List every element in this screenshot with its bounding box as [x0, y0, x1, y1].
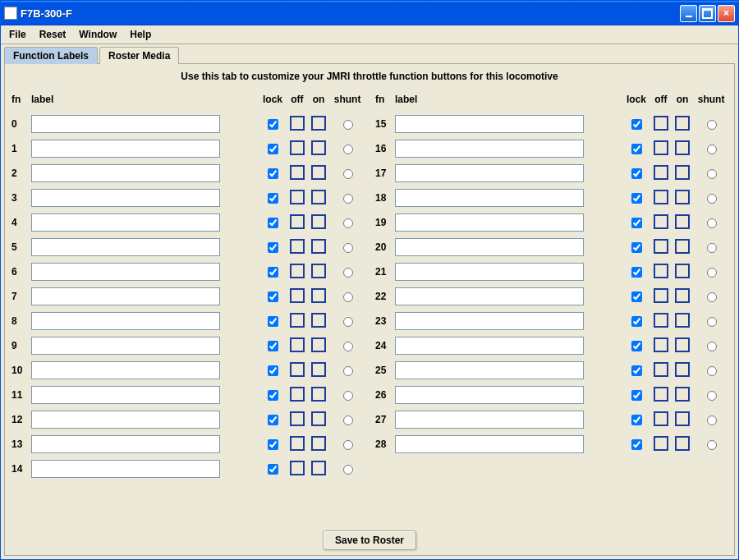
shunt-radio[interactable] [707, 120, 717, 130]
lock-checkbox[interactable] [631, 415, 642, 425]
lock-checkbox[interactable] [268, 267, 278, 278]
on-image-box[interactable] [675, 165, 690, 180]
off-image-box[interactable] [290, 411, 305, 426]
shunt-radio[interactable] [707, 415, 717, 425]
lock-checkbox[interactable] [268, 119, 278, 130]
menu-window[interactable]: Window [74, 27, 122, 42]
on-image-box[interactable] [311, 116, 326, 131]
shunt-radio[interactable] [343, 317, 353, 327]
save-to-roster-button[interactable]: Save to Roster [323, 530, 416, 550]
label-input[interactable] [395, 411, 584, 429]
lock-checkbox[interactable] [268, 464, 278, 475]
menu-reset[interactable]: Reset [34, 27, 71, 42]
shunt-radio[interactable] [343, 218, 353, 228]
shunt-radio[interactable] [707, 218, 717, 228]
label-input[interactable] [31, 361, 220, 379]
label-input[interactable] [395, 263, 584, 281]
lock-checkbox[interactable] [631, 144, 642, 154]
off-image-box[interactable] [654, 337, 668, 352]
off-image-box[interactable] [290, 214, 305, 229]
label-input[interactable] [31, 263, 220, 281]
label-input[interactable] [395, 312, 584, 330]
shunt-radio[interactable] [707, 243, 717, 253]
off-image-box[interactable] [290, 288, 305, 303]
lock-checkbox[interactable] [631, 439, 642, 450]
off-image-box[interactable] [654, 190, 668, 204]
off-image-box[interactable] [654, 239, 668, 254]
label-input[interactable] [31, 411, 220, 429]
label-input[interactable] [395, 287, 584, 305]
on-image-box[interactable] [675, 337, 690, 352]
close-button[interactable]: × [718, 5, 735, 22]
off-image-box[interactable] [290, 165, 305, 180]
on-image-box[interactable] [675, 116, 690, 131]
on-image-box[interactable] [675, 387, 690, 402]
off-image-box[interactable] [654, 411, 668, 426]
off-image-box[interactable] [290, 239, 305, 254]
off-image-box[interactable] [290, 362, 305, 377]
lock-checkbox[interactable] [268, 316, 278, 327]
on-image-box[interactable] [311, 436, 326, 451]
on-image-box[interactable] [311, 190, 326, 204]
lock-checkbox[interactable] [631, 168, 642, 179]
shunt-radio[interactable] [343, 268, 353, 278]
lock-checkbox[interactable] [268, 365, 278, 376]
label-input[interactable] [395, 238, 584, 256]
shunt-radio[interactable] [707, 169, 717, 179]
shunt-radio[interactable] [343, 440, 353, 450]
label-input[interactable] [31, 115, 220, 133]
shunt-radio[interactable] [707, 292, 717, 302]
lock-checkbox[interactable] [268, 291, 278, 302]
off-image-box[interactable] [654, 313, 668, 328]
on-image-box[interactable] [675, 214, 690, 229]
off-image-box[interactable] [290, 337, 305, 352]
lock-checkbox[interactable] [631, 341, 642, 351]
shunt-radio[interactable] [343, 415, 353, 425]
off-image-box[interactable] [654, 436, 668, 451]
label-input[interactable] [31, 435, 220, 453]
lock-checkbox[interactable] [631, 267, 642, 278]
off-image-box[interactable] [654, 116, 668, 131]
off-image-box[interactable] [290, 190, 305, 204]
label-input[interactable] [395, 337, 584, 355]
label-input[interactable] [395, 435, 584, 453]
lock-checkbox[interactable] [268, 168, 278, 179]
lock-checkbox[interactable] [631, 218, 642, 228]
shunt-radio[interactable] [343, 145, 353, 154]
shunt-radio[interactable] [707, 268, 717, 278]
shunt-radio[interactable] [707, 317, 717, 327]
shunt-radio[interactable] [343, 391, 353, 401]
shunt-radio[interactable] [343, 243, 353, 253]
lock-checkbox[interactable] [631, 193, 642, 204]
off-image-box[interactable] [654, 214, 668, 229]
lock-checkbox[interactable] [268, 390, 278, 401]
lock-checkbox[interactable] [631, 119, 642, 130]
label-input[interactable] [31, 312, 220, 330]
on-image-box[interactable] [675, 436, 690, 451]
shunt-radio[interactable] [343, 366, 353, 376]
on-image-box[interactable] [311, 461, 326, 475]
shunt-radio[interactable] [707, 391, 717, 401]
menu-help[interactable]: Help [125, 27, 156, 42]
label-input[interactable] [395, 164, 584, 182]
shunt-radio[interactable] [343, 342, 353, 351]
shunt-radio[interactable] [343, 465, 353, 475]
maximize-button[interactable] [699, 5, 716, 22]
on-image-box[interactable] [311, 411, 326, 426]
on-image-box[interactable] [675, 411, 690, 426]
lock-checkbox[interactable] [268, 439, 278, 450]
on-image-box[interactable] [311, 165, 326, 180]
off-image-box[interactable] [290, 461, 305, 475]
tab-roster-media[interactable]: Roster Media [99, 47, 179, 64]
label-input[interactable] [395, 213, 584, 232]
on-image-box[interactable] [311, 264, 326, 278]
label-input[interactable] [395, 361, 584, 379]
label-input[interactable] [31, 238, 220, 256]
lock-checkbox[interactable] [268, 193, 278, 204]
label-input[interactable] [31, 386, 220, 404]
label-input[interactable] [31, 337, 220, 355]
on-image-box[interactable] [311, 337, 326, 352]
lock-checkbox[interactable] [268, 218, 278, 228]
shunt-radio[interactable] [343, 120, 353, 130]
label-input[interactable] [31, 287, 220, 305]
